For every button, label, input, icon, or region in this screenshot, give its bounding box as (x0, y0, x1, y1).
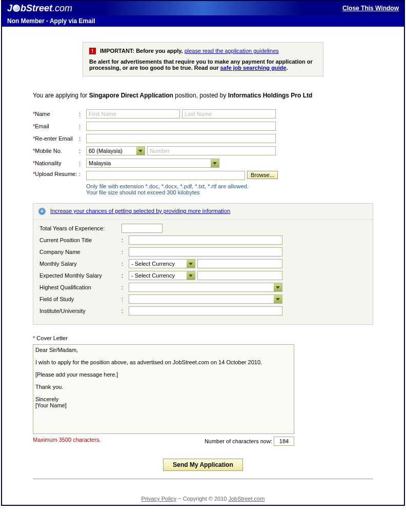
exp-salary-input[interactable] (197, 271, 282, 280)
jobstreet-link[interactable]: JobStreet.com (228, 496, 265, 502)
country-code-select[interactable]: 60 (Malaysia) (86, 146, 145, 155)
field-label: Field of Study (39, 296, 121, 302)
reemail-label: Re-enter Email (35, 135, 72, 142)
copyright: Copyright © 2010 (183, 496, 229, 502)
exp-currency-select[interactable]: - Select Currency (129, 271, 195, 280)
qualification-label: Highest Qualification (39, 284, 121, 290)
alert-icon: ! (89, 48, 96, 54)
currency-select[interactable]: - Select Currency (129, 259, 195, 268)
apply-position: Singapore Direct Application (89, 92, 173, 99)
sep: ~ (176, 496, 183, 502)
logo: JbStreet.com (7, 3, 72, 14)
close-window-link[interactable]: Close This Window (342, 5, 399, 12)
institute-input[interactable] (129, 306, 282, 316)
company-input[interactable] (129, 247, 282, 257)
email-input[interactable] (86, 122, 276, 131)
applying-text: You are applying for Singapore Direct Ap… (33, 92, 373, 99)
send-application-button[interactable]: Send My Application (163, 459, 243, 471)
qualification-select[interactable] (129, 283, 282, 292)
nationality-label: Nationality (35, 160, 61, 166)
footer: Privacy Policy ~ Copyright © 2010 JobStr… (2, 489, 404, 505)
privacy-link[interactable]: Privacy Policy (141, 496, 176, 502)
salary-label: Monthly Salary (39, 261, 121, 267)
resume-path-input[interactable] (86, 171, 245, 180)
apply-middle: position, posted by (173, 92, 228, 99)
mobile-input[interactable] (147, 146, 276, 155)
logo-text: bStreet (21, 3, 52, 14)
position-label: Current Position Title (39, 237, 121, 243)
institute-label: Institute/University (39, 308, 121, 314)
cover-letter-textarea[interactable] (33, 344, 294, 434)
important-label: IMPORTANT: Before you apply, (100, 48, 183, 54)
reemail-input[interactable] (86, 134, 276, 143)
browse-button[interactable]: Browse... (247, 171, 278, 179)
name-label: Name (35, 111, 50, 117)
field-select[interactable] (129, 294, 282, 304)
char-count-input (274, 437, 294, 446)
logo-o-icon (13, 5, 20, 12)
experience-label: Total Years of Experience: (39, 225, 121, 231)
char-count-label: Number of characters now: (205, 438, 272, 444)
plus-icon: + (38, 208, 46, 215)
resume-label: Upload Resume: (35, 171, 77, 177)
company-label: Company Name (39, 249, 121, 255)
divider (33, 479, 373, 479)
cover-label: Cover Letter (36, 335, 68, 341)
header-bar: JbStreet.com Close This Window (2, 1, 404, 15)
email-label: Email (35, 123, 49, 129)
expand-link[interactable]: Increase your chances of getting selecte… (50, 208, 230, 214)
nationality-select[interactable]: Malaysia (86, 159, 219, 168)
first-name-input[interactable] (86, 109, 180, 119)
expand-section: + Increase your chances of getting selec… (33, 203, 373, 325)
exp-salary-label: Expected Monthly Salary (39, 272, 121, 279)
mobile-label: Mobile No. (35, 148, 62, 154)
experience-input[interactable] (121, 224, 163, 233)
subheader: Non Member - Apply via Email (2, 15, 404, 27)
guidelines-link[interactable]: please read the application guidelines (185, 48, 279, 54)
file-note-2: Your file size should not exceed 300 kil… (86, 189, 373, 195)
period: . (286, 65, 288, 71)
safe-guide-link[interactable]: safe job searching guide (220, 65, 286, 71)
last-name-input[interactable] (182, 109, 276, 119)
max-chars: Maximum 3500 characters. (33, 437, 101, 446)
apply-company: Informatics Holdings Pro Ltd (228, 92, 313, 99)
apply-prefix: You are applying for (33, 92, 89, 99)
position-input[interactable] (129, 235, 282, 245)
logo-text: J (7, 3, 12, 14)
logo-suffix: .com (52, 3, 72, 14)
notice-box: ! IMPORTANT: Before you apply, please re… (83, 42, 323, 76)
file-note-1: Only file with extension *.doc, *.docx, … (86, 183, 373, 189)
salary-input[interactable] (197, 259, 282, 268)
